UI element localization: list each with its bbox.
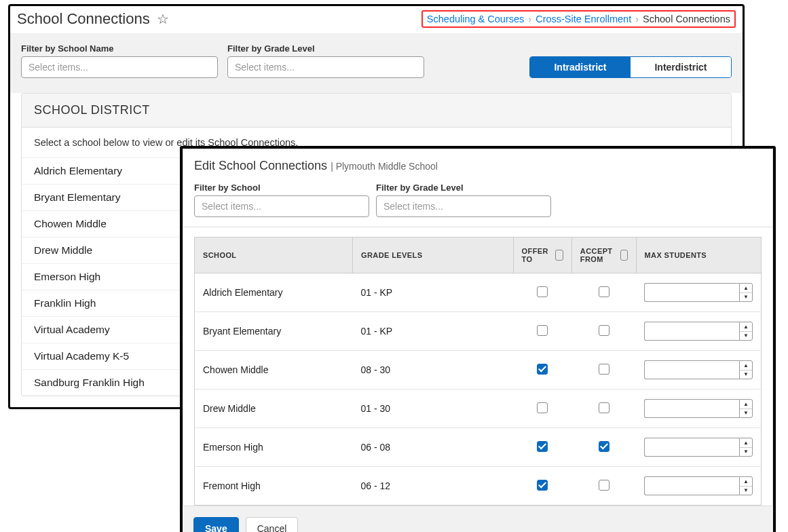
cell-offer-to [513, 428, 571, 467]
cell-school: Emerson High [195, 428, 353, 467]
cell-school: Drew Middle [195, 390, 353, 428]
table-header-row: SCHOOL GRADE LEVELS OFFER TO ACCEPT FROM [195, 238, 762, 273]
toggle-interdistrict[interactable]: Interdistrict [631, 57, 731, 77]
cell-grade-levels: 08 - 30 [353, 351, 514, 390]
max-students-input[interactable] [644, 322, 739, 341]
cell-grade-levels: 06 - 12 [353, 467, 514, 506]
breadcrumb-link-1[interactable]: Scheduling & Courses [427, 14, 524, 24]
overlay-filter-grade-input[interactable]: Select items... [376, 195, 551, 217]
spinner: ▲▼ [739, 438, 753, 457]
accept-from-checkbox[interactable] [599, 480, 609, 491]
offer-to-checkbox[interactable] [537, 286, 548, 297]
accept-from-checkbox[interactable] [599, 286, 609, 297]
cell-accept-from [571, 273, 636, 312]
overlay-filter-grade-label: Filter by Grade Level [376, 183, 551, 193]
max-students-stepper[interactable]: ▲▼ [644, 476, 753, 495]
accept-from-checkbox[interactable] [599, 441, 609, 452]
cell-max-students: ▲▼ [636, 428, 762, 467]
cell-max-students: ▲▼ [636, 467, 762, 506]
max-students-stepper[interactable]: ▲▼ [644, 399, 753, 418]
cell-accept-from [571, 428, 636, 467]
table-row: Emerson High06 - 08▲▼ [195, 428, 762, 467]
cell-max-students: ▲▼ [636, 312, 762, 351]
edit-connections-panel: Edit School Connections | Plymouth Middl… [180, 146, 776, 532]
max-students-stepper[interactable]: ▲▼ [644, 322, 753, 341]
spinner-up-icon[interactable]: ▲ [740, 284, 752, 293]
save-button[interactable]: Save [193, 517, 239, 532]
overlay-subtitle: Plymouth Middle School [336, 161, 438, 172]
overlay-filter-grade: Filter by Grade Level Select items... [376, 183, 551, 217]
cancel-button[interactable]: Cancel [246, 517, 299, 532]
offer-to-checkbox[interactable] [537, 364, 548, 375]
spinner-down-icon[interactable]: ▼ [740, 293, 752, 302]
star-icon[interactable]: ☆ [157, 12, 169, 26]
spinner-down-icon[interactable]: ▼ [740, 487, 752, 495]
connections-table-wrap: SCHOOL GRADE LEVELS OFFER TO ACCEPT FROM [183, 227, 772, 506]
overlay-title: Edit School Connections | Plymouth Middl… [183, 149, 772, 183]
max-students-stepper[interactable]: ▲▼ [644, 438, 753, 457]
spinner-up-icon[interactable]: ▲ [740, 400, 752, 409]
section-heading: SCHOOL DISTRICT [22, 94, 731, 128]
toggle-intradistrict[interactable]: Intradistrict [530, 57, 631, 77]
filter-school-name-input[interactable]: Select items... [21, 56, 218, 78]
title-wrap: School Connections ☆ [17, 10, 169, 28]
cell-school: Bryant Elementary [195, 312, 353, 351]
spinner-down-icon[interactable]: ▼ [740, 409, 752, 418]
overlay-subtitle-sep: | [331, 161, 336, 172]
overlay-filter-school: Filter by School Select items... [194, 183, 369, 217]
cell-max-students: ▲▼ [636, 390, 762, 428]
edit-connections-inner: Edit School Connections | Plymouth Middl… [183, 149, 773, 506]
overlay-filter-school-input[interactable]: Select items... [194, 195, 369, 217]
spinner-down-icon[interactable]: ▼ [740, 370, 752, 379]
max-students-input[interactable] [644, 476, 739, 495]
spinner-up-icon[interactable]: ▲ [740, 438, 752, 448]
max-students-input[interactable] [644, 360, 739, 379]
col-school[interactable]: SCHOOL [195, 238, 353, 273]
overlay-title-text: Edit School Connections [194, 159, 327, 172]
table-row: Aldrich Elementary01 - KP▲▼ [195, 273, 762, 312]
offer-to-checkbox[interactable] [537, 402, 548, 413]
spinner: ▲▼ [739, 283, 753, 302]
table-row: Bryant Elementary01 - KP▲▼ [195, 312, 762, 351]
spinner-up-icon[interactable]: ▲ [740, 477, 752, 487]
accept-from-checkbox[interactable] [599, 364, 609, 375]
spinner: ▲▼ [739, 322, 753, 341]
table-row: Fremont High06 - 12▲▼ [195, 467, 762, 506]
max-students-stepper[interactable]: ▲▼ [644, 283, 753, 302]
filter-grade-level-input[interactable]: Select items... [227, 56, 424, 78]
cell-accept-from [571, 312, 636, 351]
chevron-right-icon: › [635, 14, 639, 24]
max-students-input[interactable] [644, 438, 739, 457]
offer-to-checkbox[interactable] [537, 325, 548, 336]
accept-from-all-checkbox[interactable] [620, 250, 628, 261]
accept-from-checkbox[interactable] [599, 325, 609, 336]
cell-offer-to [513, 273, 571, 312]
cell-accept-from [571, 467, 636, 506]
cell-grade-levels: 01 - KP [353, 312, 514, 351]
spinner-down-icon[interactable]: ▼ [740, 332, 752, 341]
col-accept-from: ACCEPT FROM [571, 238, 636, 273]
filter-grade-level: Filter by Grade Level Select items... [227, 43, 424, 78]
col-max-students[interactable]: MAX STUDENTS [636, 238, 762, 273]
offer-to-checkbox[interactable] [537, 480, 548, 491]
max-students-input[interactable] [644, 399, 739, 418]
cell-max-students: ▲▼ [636, 273, 762, 312]
max-students-stepper[interactable]: ▲▼ [644, 360, 753, 379]
overlay-filter-school-label: Filter by School [194, 183, 369, 193]
filter-row: Filter by School Name Select items... Fi… [10, 34, 743, 93]
offer-to-checkbox[interactable] [537, 441, 548, 452]
accept-from-checkbox[interactable] [599, 402, 609, 413]
filter-grade-level-label: Filter by Grade Level [227, 43, 424, 54]
spinner-up-icon[interactable]: ▲ [740, 322, 752, 332]
offer-to-all-checkbox[interactable] [555, 250, 563, 261]
table-row: Chowen Middle08 - 30▲▼ [195, 351, 762, 390]
max-students-input[interactable] [644, 283, 739, 302]
spinner-down-icon[interactable]: ▼ [740, 448, 752, 457]
connections-table: SCHOOL GRADE LEVELS OFFER TO ACCEPT FROM [194, 237, 762, 506]
spinner-up-icon[interactable]: ▲ [740, 361, 752, 370]
spinner: ▲▼ [739, 476, 753, 495]
overlay-footer: Save Cancel [183, 506, 773, 532]
col-grade-levels[interactable]: GRADE LEVELS [353, 238, 514, 273]
overlay-filter-row: Filter by School Select items... Filter … [183, 183, 772, 227]
breadcrumb-link-2[interactable]: Cross-Site Enrollment [536, 14, 631, 24]
